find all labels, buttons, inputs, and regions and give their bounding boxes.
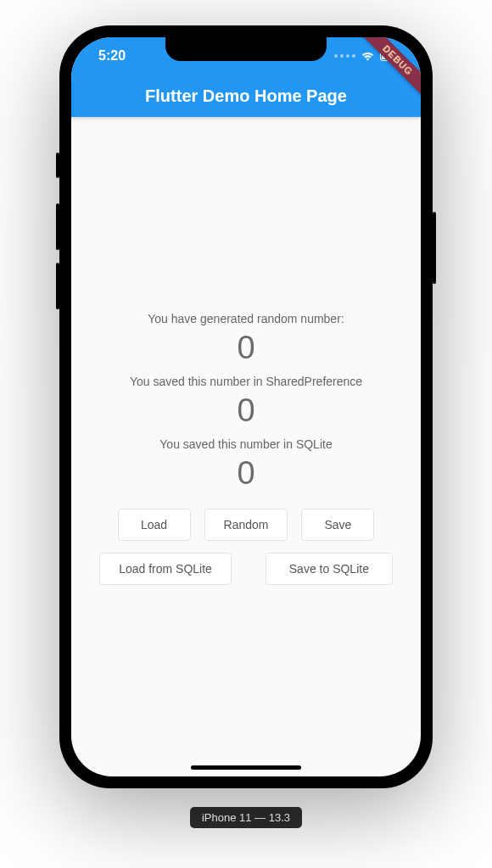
notch: [165, 37, 327, 61]
page-title: Flutter Demo Home Page: [145, 86, 347, 106]
app-bar: Flutter Demo Home Page: [71, 75, 421, 117]
sqlite-label: You saved this number in SQLite: [159, 437, 332, 451]
simulator-window: DEBUG 5:20 Flutter Demo Home Page You h: [59, 25, 433, 788]
volume-up-button: [56, 203, 59, 250]
phone-frame: DEBUG 5:20 Flutter Demo Home Page You h: [59, 25, 433, 788]
status-time: 5:20: [98, 48, 126, 64]
main-content: You have generated random number: 0 You …: [71, 117, 421, 776]
load-sqlite-button[interactable]: Load from SQLite: [99, 553, 232, 585]
signal-dots-icon: [334, 54, 355, 58]
home-indicator[interactable]: [191, 765, 301, 770]
save-button[interactable]: Save: [301, 509, 374, 541]
sharedpref-value: 0: [237, 393, 254, 429]
silent-switch: [56, 153, 59, 178]
button-row-2: Load from SQLite Save to SQLite: [99, 553, 393, 585]
device-label: iPhone 11 — 13.3: [190, 807, 302, 828]
random-button[interactable]: Random: [204, 509, 288, 541]
save-sqlite-button[interactable]: Save to SQLite: [266, 553, 393, 585]
volume-down-button: [56, 263, 59, 309]
button-row-1: Load Random Save: [118, 509, 375, 541]
generated-label: You have generated random number:: [148, 312, 344, 326]
generated-value: 0: [237, 331, 254, 366]
load-button[interactable]: Load: [118, 509, 191, 541]
power-button: [433, 212, 436, 284]
sqlite-value: 0: [237, 456, 254, 492]
wifi-icon: [361, 51, 375, 61]
phone-screen: DEBUG 5:20 Flutter Demo Home Page You h: [71, 37, 421, 776]
sharedpref-label: You saved this number in SharedPreferenc…: [130, 375, 362, 388]
